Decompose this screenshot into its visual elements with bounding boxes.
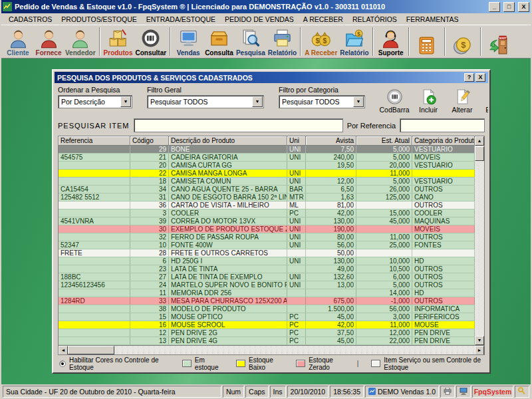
- toolbar-a-receber-button[interactable]: $$ A Receber: [303, 26, 338, 57]
- toolbar-consultar-label: Consultar: [135, 49, 166, 57]
- table-row[interactable]: 18CAMISETA COMUNUNI12,005,000VESTUARIO: [59, 178, 475, 186]
- table-row[interactable]: 45457521CADEIRA GIRATORIAUNI240,005,000M…: [59, 154, 475, 162]
- table-row[interactable]: 29BONEUNI7,505,000VESTUARIO: [59, 146, 475, 154]
- toolbar-relatorio-vendas-button[interactable]: Relatório: [267, 26, 298, 57]
- table-row[interactable]: 16MOUSE SCROOLPC42,0011,000MOUSE: [59, 321, 475, 329]
- menu-ferramentas[interactable]: FERRAMENTAS: [402, 15, 464, 24]
- toolbar-separator: [480, 27, 481, 56]
- grid-header: ReferenciaCódigoDescrição do ProdutoUniA…: [59, 136, 475, 146]
- chevron-down-icon[interactable]: ▼: [252, 96, 263, 107]
- scroll-left-button[interactable]: ◄: [59, 346, 68, 355]
- minimize-button[interactable]: _: [489, 2, 500, 12]
- dialog-close-button[interactable]: X: [475, 73, 485, 82]
- menu-entrada-estoque[interactable]: ENTRADA/ESTOQUE: [142, 15, 220, 24]
- toolbar-produtos-button[interactable]: Produtos: [102, 26, 134, 57]
- table-row[interactable]: 32FERRO DE PASSAR ROUPAUNI80,0011,000OUT…: [59, 233, 475, 241]
- dialog-help-button[interactable]: ?: [464, 73, 474, 82]
- cell-est: 125,000: [356, 194, 412, 201]
- status-terminal-button[interactable]: [456, 386, 471, 398]
- table-row[interactable]: 11MEMÓRIA DDR 25614,000HD: [59, 289, 475, 297]
- status-print-button[interactable]: [440, 386, 455, 398]
- filter-order-select[interactable]: Por Descrição ▼: [58, 95, 132, 108]
- codbarra-button[interactable]: CodBarra: [380, 87, 409, 114]
- table-row[interactable]: 3COOLERPC42,0015,000COOLER: [59, 209, 475, 217]
- search-item-input[interactable]: [134, 118, 343, 132]
- cell-avista: 45,00: [306, 313, 356, 321]
- horizontal-scroll-thumb[interactable]: [68, 346, 114, 354]
- toolbar-vendas-button[interactable]: Vendas: [173, 26, 203, 57]
- toolbar-relatorio-receber-button[interactable]: $ Relatório: [338, 26, 370, 57]
- excluir-button[interactable]: Excluir: [481, 87, 488, 114]
- filter-general-select[interactable]: Pesquisar TODOS ▼: [147, 95, 264, 108]
- table-row[interactable]: 23LATA DE TINTA49,0010,500OUTROS: [59, 265, 475, 273]
- incluir-button[interactable]: Incluir: [414, 87, 443, 114]
- toolbar-cliente-button[interactable]: Cliente: [3, 26, 33, 57]
- close-button[interactable]: X: [518, 2, 529, 12]
- column-header-est-atual[interactable]: Est. Atual: [356, 136, 412, 146]
- vertical-scrollbar[interactable]: ▲ ▼: [475, 136, 484, 345]
- table-row[interactable]: 1284RD33MESA PARA CHURRASCO 125X200 ANGE…: [59, 297, 475, 305]
- scroll-down-button[interactable]: ▼: [475, 336, 484, 345]
- table-row[interactable]: 125482 551231CANO DE ESGOTO BARRA 150 2ª…: [59, 194, 475, 201]
- column-header-descri-o-do-produto[interactable]: Descrição do Produto: [169, 136, 287, 146]
- cell-desc: LATA DE TINTA: [169, 265, 287, 273]
- cell-est: 20,000: [356, 162, 412, 169]
- menu-relat-rios[interactable]: RELATÓRIOS: [348, 15, 402, 24]
- table-row[interactable]: 5234710FONTE 400WUNI56,0025,000FONTES: [59, 241, 475, 249]
- toolbar-fornecedor-button[interactable]: Fornece: [33, 26, 64, 57]
- filter-category-select[interactable]: Pesquisar TODOS ▼: [279, 95, 365, 108]
- scroll-up-button[interactable]: ▲: [475, 136, 484, 146]
- alterar-button[interactable]: Alterar: [448, 87, 477, 114]
- table-row[interactable]: 13PEN DRIVE 4GPC45,0022,000PEN DRIVE: [59, 337, 475, 345]
- toolbar-pesquisa-label: Pesquisa: [236, 49, 265, 57]
- cell-avista: 56,00: [306, 241, 356, 249]
- toolbar-moeda-button[interactable]: $: [448, 26, 478, 57]
- column-header-avista[interactable]: Avista: [306, 136, 356, 146]
- toolbar-separator: [170, 27, 171, 56]
- maximize-button[interactable]: □: [503, 2, 515, 12]
- table-row[interactable]: 12345612345624MARTELO SUPER NOVO E BONIT…: [59, 281, 475, 289]
- toolbar-vendedor-button[interactable]: Vendedor: [64, 26, 97, 57]
- cell-code: 30: [130, 225, 169, 233]
- table-row[interactable]: 12PEN DRIVE 2GPC37,5012,000PEN DRIVE: [59, 329, 475, 337]
- vertical-scroll-thumb[interactable]: [475, 146, 484, 161]
- search-ref-input[interactable]: [400, 118, 485, 132]
- cell-ref: 4541VNRA: [59, 217, 130, 225]
- table-row[interactable]: 6HD 250G IUNI130,0010,000HD: [59, 257, 475, 265]
- menu-cadastros[interactable]: CADASTROS: [4, 15, 57, 24]
- table-row[interactable]: 20CAMISA CURTA GG19,5020,000VESTUARIO: [59, 162, 475, 170]
- table-row[interactable]: 38MODELO DE PRODUTO1.500,0056,000INFORMA…: [59, 305, 475, 313]
- toolbar-consulta-button[interactable]: Consulta: [203, 26, 235, 57]
- table-row[interactable]: FRETE28FRETE E OUTROS CARRETOS50,00: [59, 249, 475, 257]
- column-header-categoria-do-produto[interactable]: Categoria do Produto: [412, 136, 475, 146]
- horizontal-scrollbar[interactable]: ◄ ►: [59, 345, 484, 354]
- table-row[interactable]: 22CAMISA MANGA LONGAUNI11,000: [59, 170, 475, 178]
- table-row[interactable]: 15MOUSE OPTICOPC45,003,000PERIFÉRICOS: [59, 313, 475, 321]
- status-key-button[interactable]: [515, 386, 529, 398]
- table-row[interactable]: 4541VNRA39CORREA DO MOTOR 13VXUNI130,004…: [59, 217, 475, 225]
- cell-avista: 80,00: [306, 233, 356, 241]
- menu-pedido-de-vendas[interactable]: PEDIDO DE VENDAS: [220, 15, 299, 24]
- column-header-uni[interactable]: Uni: [287, 136, 306, 146]
- toolbar-sair-app-button[interactable]: EXIT: [483, 26, 514, 57]
- column-header-c-digo[interactable]: Código: [130, 136, 169, 146]
- cell-code: 3: [130, 209, 169, 217]
- table-row[interactable]: CA1545434CANO AGUA QUENTE 25 - BARRABAR6…: [59, 186, 475, 194]
- column-header-referencia[interactable]: Referencia: [59, 136, 130, 146]
- calculator-icon: [416, 35, 437, 57]
- chevron-down-icon[interactable]: ▼: [120, 96, 131, 107]
- toolbar-suporte-button[interactable]: Suporte: [376, 26, 406, 57]
- toolbar-vendas-label: Vendas: [177, 49, 200, 57]
- menu-produtos-estoque[interactable]: PRODUTOS/ESTOQUE: [57, 15, 141, 24]
- table-row[interactable]: 36CARTAO DE VISITA - MILHEIROML81,00OUTR…: [59, 201, 475, 209]
- table-row[interactable]: 30EXEMPLO DE PRODUTO ESTOQUE ZERADOUNI19…: [59, 225, 475, 233]
- scroll-right-button[interactable]: ►: [475, 346, 484, 355]
- person-red-icon: [38, 27, 60, 49]
- enable-colors-radio[interactable]: [59, 360, 66, 367]
- toolbar-consultar-button[interactable]: Consultar: [134, 26, 168, 57]
- toolbar-calculadora-button[interactable]: [412, 26, 442, 57]
- toolbar-pesquisa-button[interactable]: Pesquisa: [235, 26, 267, 57]
- chevron-down-icon[interactable]: ▼: [353, 96, 364, 107]
- table-row[interactable]: 188BC27LATA DE TINTA DE EXEMPLOUNI132,60…: [59, 273, 475, 281]
- menu-a-receber[interactable]: A RECEBER: [299, 15, 348, 24]
